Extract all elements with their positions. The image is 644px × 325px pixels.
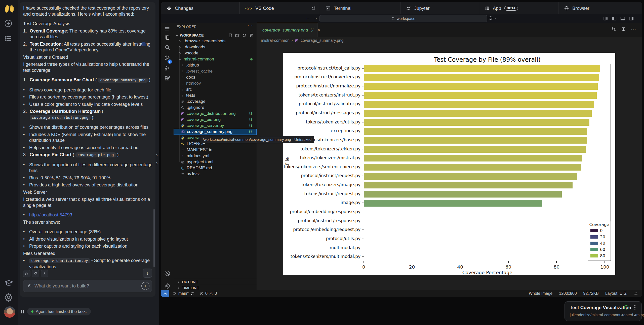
panel-expand-right-icon[interactable]: › <box>156 160 158 166</box>
x-tick-label: 60 <box>501 264 516 270</box>
x-tick <box>556 261 557 263</box>
nav-back-icon[interactable]: ← <box>305 15 310 21</box>
tree-item-.coverage[interactable]: .coverage <box>174 99 257 105</box>
tree-item-mistral-common[interactable]: mistral-common <box>174 56 257 62</box>
toggle-bottom-panel-icon[interactable] <box>620 16 625 21</box>
download-transcript-button[interactable] <box>41 270 48 277</box>
outline-section[interactable]: OUTLINE <box>174 279 257 285</box>
assistant-menu-icon[interactable] <box>488 15 497 20</box>
pause-icon[interactable] <box>21 310 24 313</box>
new-file-icon[interactable] <box>228 33 232 38</box>
history-list-icon[interactable] <box>4 34 13 43</box>
chat-paragraph: Test Coverage Analysis <box>23 21 153 27</box>
branch-name[interactable]: main* <box>178 291 189 296</box>
explorer-more-icon[interactable]: ··· <box>248 23 253 28</box>
tab-vs-code[interactable]: </>VS Code <box>240 2 320 14</box>
scroll-to-bottom-button[interactable]: ↓ <box>143 269 152 278</box>
breadcrumb[interactable]: mistral-common › coverage_summary.png <box>261 37 344 44</box>
layout-label[interactable]: Layout: U.S. <box>605 291 627 296</box>
tree-item-.vscode[interactable]: .vscode <box>174 50 257 56</box>
breadcrumb-folder[interactable]: mistral-common <box>261 38 290 43</box>
extensions-icon[interactable] <box>164 75 170 81</box>
localhost-link[interactable]: http://localhost:54793 <box>29 212 72 217</box>
customize-layout-icon[interactable] <box>603 16 608 21</box>
tab-changes[interactable]: Changes <box>161 2 240 14</box>
tree-item-docs[interactable]: docs <box>174 74 257 80</box>
tree-item-coverage_summary.png[interactable]: coverage_summary.pngU <box>174 129 257 135</box>
settings-gear-icon[interactable] <box>4 293 13 302</box>
tree-item-.pytest_cache[interactable]: .pytest_cache <box>174 68 257 74</box>
tree-item-.github[interactable]: .github <box>174 62 257 68</box>
changes-diamond-icon <box>167 6 172 11</box>
workspace-search-box[interactable]: workspace <box>319 15 487 22</box>
more-actions-icon[interactable]: ··· <box>631 27 636 31</box>
tree-item-.gitignore[interactable]: .gitignore <box>174 105 257 111</box>
tree-item-tests[interactable]: tests <box>174 92 257 99</box>
nav-forward-icon[interactable]: → <box>313 15 318 21</box>
close-icon[interactable]: × <box>317 27 320 33</box>
toggle-left-sidebar-icon[interactable] <box>612 16 617 21</box>
tree-item-.browser_screenshots[interactable]: .browser_screenshots <box>174 38 257 44</box>
search-icon[interactable] <box>164 44 170 50</box>
explorer-icon[interactable] <box>164 34 170 40</box>
task-card[interactable]: Test Coverage Visualization juliendenize… <box>565 301 642 321</box>
collapse-all-icon[interactable] <box>249 33 254 38</box>
tree-item-.downloads[interactable]: .downloads <box>174 44 257 50</box>
new-folder-icon[interactable] <box>235 33 239 38</box>
legend-entry: 20 <box>588 234 611 240</box>
tree-item-mkdocs.yml[interactable]: !mkdocs.yml <box>174 153 257 159</box>
bar-label: protocol/instruct/converters.py <box>283 74 360 79</box>
tab-terminal[interactable]: Terminal <box>320 2 400 14</box>
account-icon[interactable] <box>164 270 170 276</box>
workspace-section-header[interactable]: WORKSPACE <box>174 32 257 38</box>
tree-item-src[interactable]: src <box>174 86 257 92</box>
chat-scrollbar[interactable] <box>153 209 155 267</box>
open-changes-icon[interactable] <box>611 27 616 31</box>
manage-gear-icon[interactable] <box>164 283 170 289</box>
tree-item-coverage_distribution.png[interactable]: coverage_distribution.pngU <box>174 111 257 117</box>
image-file-icon <box>295 39 299 43</box>
chevron-right-icon <box>181 82 184 85</box>
tree-item-coverage_server.py[interactable]: coverage_server.pyU <box>174 123 257 129</box>
thumbs-up-button[interactable] <box>23 270 30 277</box>
bell-icon[interactable] <box>634 291 638 296</box>
refresh-icon[interactable] <box>242 33 247 38</box>
code-chip: coverage_summary.png <box>98 78 148 83</box>
chat-input[interactable] <box>34 283 141 289</box>
tree-item-uv.lock[interactable]: uv.lock <box>174 171 257 177</box>
tree-item-pyproject.toml[interactable]: pyproject.toml <box>174 159 257 165</box>
new-chat-icon[interactable] <box>4 19 13 28</box>
user-avatar[interactable] <box>4 306 15 318</box>
external-link-icon[interactable] <box>311 6 316 10</box>
tree-item-coverage_pie.png[interactable]: coverage_pie.pngU <box>174 117 257 123</box>
toggle-right-sidebar-icon[interactable] <box>629 16 634 21</box>
kebab-menu-icon[interactable] <box>634 305 635 310</box>
tree-item-htmlcov[interactable]: htmlcov <box>174 80 257 86</box>
academy-cap-icon[interactable] <box>4 278 14 288</box>
workspace-window: Changes</>VS CodeTerminalJupyterAppBETAB… <box>161 2 642 297</box>
send-button[interactable]: ↑ <box>141 282 149 290</box>
chat-panel: I have successfully checked the test cov… <box>0 0 159 325</box>
search-value: workspace <box>397 16 415 21</box>
editor-tab-coverage-summary[interactable]: coverage_summary.png U × <box>257 23 318 37</box>
task-gauge-icon[interactable] <box>624 305 629 310</box>
tab-app[interactable]: AppBETA <box>479 2 558 14</box>
tab-jupyter[interactable]: Jupyter <box>400 2 479 14</box>
split-editor-icon[interactable] <box>621 27 626 31</box>
chevron-right-icon <box>178 39 182 43</box>
thumbs-down-button[interactable] <box>32 270 39 277</box>
sync-icon[interactable] <box>190 292 194 296</box>
tree-item-README.md[interactable]: README.md <box>174 165 257 171</box>
tab-browser[interactable]: Browser <box>558 2 642 14</box>
attach-paperclip-icon[interactable] <box>27 284 31 288</box>
run-debug-icon[interactable] <box>164 65 170 71</box>
breadcrumb-file[interactable]: coverage_summary.png <box>301 38 343 43</box>
file-name: .gitignore <box>187 105 204 110</box>
errors-icon[interactable] <box>200 292 204 296</box>
menu-icon[interactable] <box>164 26 170 32</box>
panel-collapse-left-icon[interactable]: ‹ <box>156 151 158 157</box>
tree-item-MANIFEST.in[interactable]: MANIFEST.in <box>174 147 257 153</box>
whole-image-label[interactable]: Whole Image <box>529 291 552 296</box>
file-name: .github <box>186 63 199 68</box>
remote-indicator[interactable]: >< <box>161 290 169 297</box>
